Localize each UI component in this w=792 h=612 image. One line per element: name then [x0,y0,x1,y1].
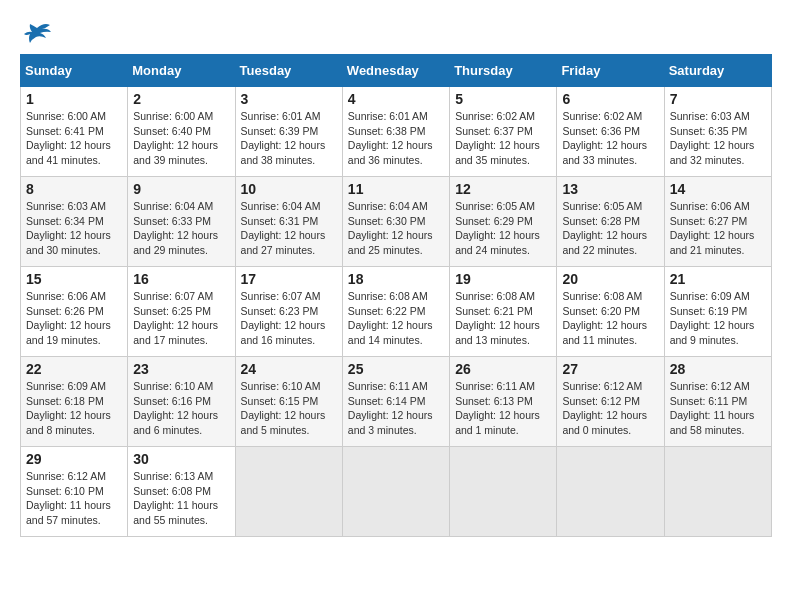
table-row: 19 Sunrise: 6:08 AMSunset: 6:21 PMDaylig… [450,267,557,357]
day-info: Sunrise: 6:00 AMSunset: 6:40 PMDaylight:… [133,110,218,166]
day-number: 6 [562,91,658,107]
table-row: 8 Sunrise: 6:03 AMSunset: 6:34 PMDayligh… [21,177,128,267]
day-info: Sunrise: 6:09 AMSunset: 6:18 PMDaylight:… [26,380,111,436]
day-number: 19 [455,271,551,287]
table-row [557,447,664,537]
day-number: 8 [26,181,122,197]
day-info: Sunrise: 6:11 AMSunset: 6:13 PMDaylight:… [455,380,540,436]
day-info: Sunrise: 6:12 AMSunset: 6:12 PMDaylight:… [562,380,647,436]
table-row: 11 Sunrise: 6:04 AMSunset: 6:30 PMDaylig… [342,177,449,267]
table-row [664,447,771,537]
day-number: 17 [241,271,337,287]
day-info: Sunrise: 6:06 AMSunset: 6:26 PMDaylight:… [26,290,111,346]
day-number: 28 [670,361,766,377]
day-number: 23 [133,361,229,377]
table-row: 24 Sunrise: 6:10 AMSunset: 6:15 PMDaylig… [235,357,342,447]
day-number: 22 [26,361,122,377]
table-row [235,447,342,537]
table-row [450,447,557,537]
table-row: 7 Sunrise: 6:03 AMSunset: 6:35 PMDayligh… [664,87,771,177]
table-row: 26 Sunrise: 6:11 AMSunset: 6:13 PMDaylig… [450,357,557,447]
day-info: Sunrise: 6:10 AMSunset: 6:16 PMDaylight:… [133,380,218,436]
table-row: 13 Sunrise: 6:05 AMSunset: 6:28 PMDaylig… [557,177,664,267]
table-row: 15 Sunrise: 6:06 AMSunset: 6:26 PMDaylig… [21,267,128,357]
col-saturday: Saturday [664,55,771,87]
calendar-week-row: 1 Sunrise: 6:00 AMSunset: 6:41 PMDayligh… [21,87,772,177]
col-monday: Monday [128,55,235,87]
calendar-week-row: 29 Sunrise: 6:12 AMSunset: 6:10 PMDaylig… [21,447,772,537]
table-row: 16 Sunrise: 6:07 AMSunset: 6:25 PMDaylig… [128,267,235,357]
table-row: 22 Sunrise: 6:09 AMSunset: 6:18 PMDaylig… [21,357,128,447]
day-info: Sunrise: 6:04 AMSunset: 6:31 PMDaylight:… [241,200,326,256]
day-info: Sunrise: 6:05 AMSunset: 6:29 PMDaylight:… [455,200,540,256]
day-number: 24 [241,361,337,377]
day-info: Sunrise: 6:11 AMSunset: 6:14 PMDaylight:… [348,380,433,436]
day-info: Sunrise: 6:13 AMSunset: 6:08 PMDaylight:… [133,470,218,526]
table-row: 1 Sunrise: 6:00 AMSunset: 6:41 PMDayligh… [21,87,128,177]
col-thursday: Thursday [450,55,557,87]
table-row: 3 Sunrise: 6:01 AMSunset: 6:39 PMDayligh… [235,87,342,177]
header [20,20,772,44]
col-wednesday: Wednesday [342,55,449,87]
day-info: Sunrise: 6:02 AMSunset: 6:36 PMDaylight:… [562,110,647,166]
day-number: 9 [133,181,229,197]
col-friday: Friday [557,55,664,87]
calendar-week-row: 8 Sunrise: 6:03 AMSunset: 6:34 PMDayligh… [21,177,772,267]
day-info: Sunrise: 6:07 AMSunset: 6:25 PMDaylight:… [133,290,218,346]
day-number: 2 [133,91,229,107]
col-tuesday: Tuesday [235,55,342,87]
table-row: 10 Sunrise: 6:04 AMSunset: 6:31 PMDaylig… [235,177,342,267]
table-row: 25 Sunrise: 6:11 AMSunset: 6:14 PMDaylig… [342,357,449,447]
table-row: 27 Sunrise: 6:12 AMSunset: 6:12 PMDaylig… [557,357,664,447]
table-row: 14 Sunrise: 6:06 AMSunset: 6:27 PMDaylig… [664,177,771,267]
day-number: 11 [348,181,444,197]
table-row: 29 Sunrise: 6:12 AMSunset: 6:10 PMDaylig… [21,447,128,537]
day-number: 16 [133,271,229,287]
day-number: 3 [241,91,337,107]
calendar-header-row: Sunday Monday Tuesday Wednesday Thursday… [21,55,772,87]
calendar-week-row: 15 Sunrise: 6:06 AMSunset: 6:26 PMDaylig… [21,267,772,357]
day-number: 27 [562,361,658,377]
table-row: 21 Sunrise: 6:09 AMSunset: 6:19 PMDaylig… [664,267,771,357]
day-info: Sunrise: 6:03 AMSunset: 6:35 PMDaylight:… [670,110,755,166]
day-info: Sunrise: 6:00 AMSunset: 6:41 PMDaylight:… [26,110,111,166]
day-number: 30 [133,451,229,467]
day-info: Sunrise: 6:05 AMSunset: 6:28 PMDaylight:… [562,200,647,256]
day-number: 26 [455,361,551,377]
day-number: 15 [26,271,122,287]
day-number: 7 [670,91,766,107]
day-number: 1 [26,91,122,107]
table-row: 2 Sunrise: 6:00 AMSunset: 6:40 PMDayligh… [128,87,235,177]
calendar-table: Sunday Monday Tuesday Wednesday Thursday… [20,54,772,537]
table-row: 17 Sunrise: 6:07 AMSunset: 6:23 PMDaylig… [235,267,342,357]
day-info: Sunrise: 6:01 AMSunset: 6:39 PMDaylight:… [241,110,326,166]
day-info: Sunrise: 6:01 AMSunset: 6:38 PMDaylight:… [348,110,433,166]
col-sunday: Sunday [21,55,128,87]
day-info: Sunrise: 6:09 AMSunset: 6:19 PMDaylight:… [670,290,755,346]
table-row: 30 Sunrise: 6:13 AMSunset: 6:08 PMDaylig… [128,447,235,537]
day-number: 12 [455,181,551,197]
day-number: 18 [348,271,444,287]
logo-bird-icon [22,20,52,44]
table-row: 5 Sunrise: 6:02 AMSunset: 6:37 PMDayligh… [450,87,557,177]
day-number: 10 [241,181,337,197]
day-number: 4 [348,91,444,107]
day-number: 5 [455,91,551,107]
day-number: 14 [670,181,766,197]
table-row: 23 Sunrise: 6:10 AMSunset: 6:16 PMDaylig… [128,357,235,447]
table-row: 12 Sunrise: 6:05 AMSunset: 6:29 PMDaylig… [450,177,557,267]
table-row: 18 Sunrise: 6:08 AMSunset: 6:22 PMDaylig… [342,267,449,357]
day-info: Sunrise: 6:08 AMSunset: 6:22 PMDaylight:… [348,290,433,346]
day-info: Sunrise: 6:08 AMSunset: 6:21 PMDaylight:… [455,290,540,346]
day-info: Sunrise: 6:04 AMSunset: 6:33 PMDaylight:… [133,200,218,256]
table-row: 9 Sunrise: 6:04 AMSunset: 6:33 PMDayligh… [128,177,235,267]
day-number: 13 [562,181,658,197]
day-info: Sunrise: 6:07 AMSunset: 6:23 PMDaylight:… [241,290,326,346]
day-info: Sunrise: 6:12 AMSunset: 6:10 PMDaylight:… [26,470,111,526]
day-info: Sunrise: 6:10 AMSunset: 6:15 PMDaylight:… [241,380,326,436]
day-info: Sunrise: 6:06 AMSunset: 6:27 PMDaylight:… [670,200,755,256]
day-info: Sunrise: 6:02 AMSunset: 6:37 PMDaylight:… [455,110,540,166]
day-info: Sunrise: 6:03 AMSunset: 6:34 PMDaylight:… [26,200,111,256]
table-row: 4 Sunrise: 6:01 AMSunset: 6:38 PMDayligh… [342,87,449,177]
logo [20,20,52,44]
